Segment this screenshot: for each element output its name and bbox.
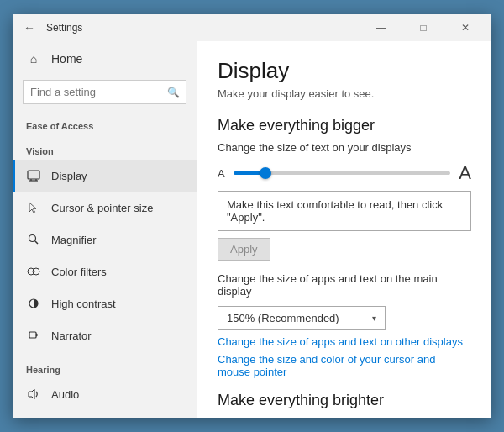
- high-contrast-icon: [26, 296, 41, 311]
- sidebar-item-color-filters[interactable]: Color filters: [13, 256, 197, 287]
- apps-size-desc: Change the size of apps and text on the …: [218, 272, 471, 298]
- sidebar-item-high-contrast[interactable]: High contrast: [13, 287, 197, 319]
- home-icon: ⌂: [26, 51, 41, 66]
- text-size-slider[interactable]: [234, 171, 451, 175]
- titlebar: ← Settings — □ ✕: [13, 14, 491, 41]
- brightness-desc: Change the brightness of your built-in d…: [218, 416, 471, 418]
- dropdown-value: 150% (Recommended): [227, 312, 339, 324]
- search-input[interactable]: [23, 80, 186, 104]
- vision-section-label: Vision: [13, 140, 197, 160]
- color-filters-icon: [26, 264, 41, 279]
- text-size-slider-row: A A: [218, 162, 471, 184]
- content-area: ⌂ Home 🔍 Ease of Access Vision: [13, 41, 491, 418]
- cursor-icon: [26, 200, 41, 215]
- slider-max-label: A: [459, 162, 471, 184]
- bigger-section-title: Make everything bigger: [218, 117, 471, 134]
- page-subtitle: Make your display easier to see.: [218, 87, 471, 100]
- svg-rect-9: [29, 332, 36, 338]
- dropdown-arrow-icon: ▾: [372, 313, 376, 323]
- search-icon: 🔍: [167, 87, 180, 98]
- sidebar-item-narrator[interactable]: Narrator: [13, 319, 197, 351]
- minimize-button[interactable]: —: [362, 14, 401, 41]
- apply-button[interactable]: Apply: [218, 238, 270, 261]
- svg-rect-0: [28, 171, 39, 179]
- magnifier-icon: [26, 232, 41, 247]
- sidebar-item-cursor[interactable]: Cursor & pointer size: [13, 192, 197, 224]
- sidebar-item-audio[interactable]: Audio: [13, 378, 197, 410]
- text-size-desc: Change the size of text on your displays: [218, 141, 471, 154]
- narrator-icon: [26, 328, 41, 343]
- window-controls: — □ ✕: [362, 14, 485, 41]
- audio-icon: [26, 387, 41, 402]
- settings-window: ← Settings — □ ✕ ⌂ Home 🔍 E: [13, 14, 491, 418]
- text-preview-box: Make this text comfortable to read, then…: [218, 191, 471, 231]
- sidebar: ⌂ Home 🔍 Ease of Access Vision: [13, 41, 197, 418]
- close-button[interactable]: ✕: [446, 14, 485, 41]
- main-content: Display Make your display easier to see.…: [197, 41, 491, 418]
- slider-min-label: A: [218, 167, 225, 180]
- brighter-section-title: Make everything brighter: [218, 392, 471, 409]
- hearing-section-label: Hearing: [13, 358, 197, 378]
- sidebar-home[interactable]: ⌂ Home: [13, 41, 197, 76]
- sidebar-search-container: 🔍: [23, 80, 186, 104]
- other-displays-link[interactable]: Change the size of apps and text on othe…: [218, 335, 471, 348]
- maximize-button[interactable]: □: [404, 14, 443, 41]
- apps-size-dropdown-row: 150% (Recommended) ▾: [218, 306, 471, 330]
- sidebar-item-display[interactable]: Display: [13, 160, 197, 192]
- svg-point-7: [33, 268, 39, 275]
- page-title: Display: [218, 58, 471, 84]
- apps-size-dropdown[interactable]: 150% (Recommended) ▾: [218, 306, 386, 330]
- window-title: Settings: [46, 22, 362, 34]
- svg-line-5: [35, 241, 39, 245]
- sidebar-item-magnifier[interactable]: Magnifier: [13, 224, 197, 256]
- cursor-link[interactable]: Change the size and color of your cursor…: [218, 353, 471, 378]
- svg-marker-10: [29, 389, 34, 399]
- svg-point-4: [29, 235, 36, 242]
- back-button[interactable]: ←: [19, 18, 39, 38]
- display-icon: [26, 168, 41, 183]
- ease-of-access-label: Ease of Access: [13, 114, 197, 134]
